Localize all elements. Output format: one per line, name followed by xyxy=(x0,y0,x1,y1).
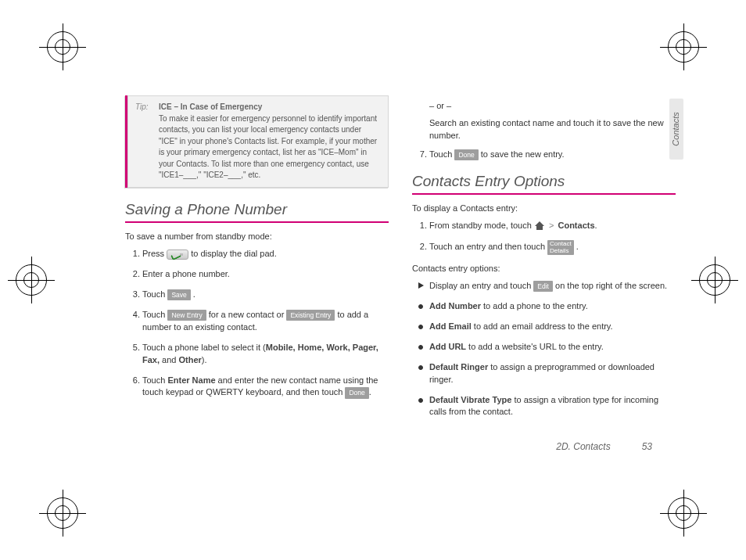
or-option-text: Search an existing contact name and touc… xyxy=(429,117,676,142)
manual-page: Contacts Tip: ICE – In Case of Emergency… xyxy=(0,0,746,560)
save-number-steps-cont: Touch Done to save the new entry. xyxy=(412,149,676,161)
options-lead: Contacts entry options: xyxy=(412,263,676,275)
display-step-1: From standby mode, touch > Contacts. xyxy=(429,220,676,232)
bullet-icon xyxy=(418,365,423,370)
bullet-icon xyxy=(418,345,423,350)
done-button-chip: Done xyxy=(345,387,368,399)
option-default-ringer: Default Ringer to assign a preprogrammed… xyxy=(417,361,676,386)
page-content: Tip: ICE – In Case of Emergency To make … xyxy=(125,95,676,466)
bullet-icon xyxy=(418,304,423,309)
heading-saving-phone-number: Saving a Phone Number xyxy=(125,199,389,224)
bullet-icon xyxy=(418,398,423,403)
display-entry-lead: To display a Contacts entry: xyxy=(412,203,676,215)
triangle-bullet-icon xyxy=(418,282,424,289)
step-3: Touch Save . xyxy=(142,289,389,301)
page-footer: 2D. Contacts 53 xyxy=(556,440,652,454)
contacts-entry-options-list: Display an entry and touch Edit on the t… xyxy=(412,280,676,419)
bullet-icon xyxy=(418,325,423,329)
crop-mark-icon xyxy=(660,490,707,537)
save-number-steps: Press to display the dial pad. Enter a p… xyxy=(125,248,389,399)
lead-text: To save a number from standby mode: xyxy=(125,231,389,243)
option-add-number: Add Number to add a phone to the entry. xyxy=(417,300,676,313)
step-2: Enter a phone number. xyxy=(142,268,389,281)
left-column: Tip: ICE – In Case of Emergency To make … xyxy=(125,95,389,466)
tip-label: Tip: xyxy=(135,102,149,113)
crop-mark-icon xyxy=(8,257,55,303)
option-edit: Display an entry and touch Edit on the t… xyxy=(417,280,676,293)
existing-entry-button-chip: Existing Entry xyxy=(286,310,335,321)
heading-contacts-entry-options: Contacts Entry Options xyxy=(412,171,676,196)
breadcrumb-separator: > xyxy=(547,221,555,230)
option-default-vibrate: Default Vibrate Type to assign a vibrati… xyxy=(417,394,676,419)
option-add-email: Add Email to add an email address to the… xyxy=(417,321,676,333)
step-5: Touch a phone label to select it (Mobile… xyxy=(142,342,389,367)
edit-button-chip: Edit xyxy=(533,281,553,293)
tip-body: To make it easier for emergency personne… xyxy=(159,114,377,180)
call-key-icon xyxy=(167,249,188,260)
footer-page-number: 53 xyxy=(642,440,652,454)
tip-title: ICE – In Case of Emergency xyxy=(159,102,262,111)
save-button-chip: Save xyxy=(167,289,190,301)
step-1: Press to display the dial pad. xyxy=(142,248,389,260)
step-6: Touch Enter Name and enter the new conta… xyxy=(142,375,389,400)
step-4: Touch New Entry for a new contact or Exi… xyxy=(142,309,389,334)
crop-mark-icon xyxy=(691,257,738,303)
option-add-url: Add URL to add a website's URL to the en… xyxy=(417,341,676,354)
contact-details-button-chip: ContactDetails xyxy=(547,240,574,255)
crop-mark-icon xyxy=(660,23,707,70)
step-7: Touch Done to save the new entry. xyxy=(429,149,676,161)
tip-callout: Tip: ICE – In Case of Emergency To make … xyxy=(125,95,389,188)
right-column: – or – Search an existing contact name a… xyxy=(412,95,676,466)
home-icon xyxy=(534,221,545,231)
done-button-chip: Done xyxy=(454,149,478,161)
display-step-2: Touch an entry and then touch ContactDet… xyxy=(429,240,676,255)
crop-mark-icon xyxy=(39,23,86,70)
crop-mark-icon xyxy=(39,490,86,537)
new-entry-button-chip: New Entry xyxy=(167,310,206,321)
or-separator: – or – xyxy=(429,100,676,113)
display-entry-steps: From standby mode, touch > Contacts. Tou… xyxy=(412,220,676,255)
footer-section: 2D. Contacts xyxy=(556,440,610,454)
